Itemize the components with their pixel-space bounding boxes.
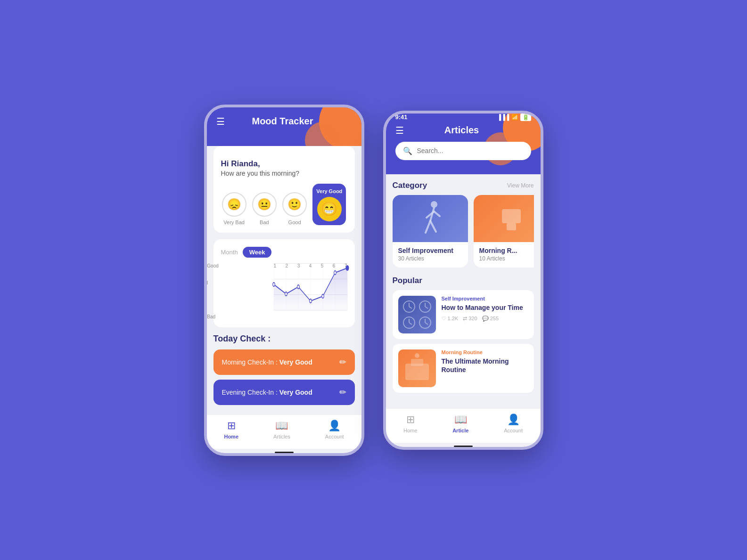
battery-icon: 🔋 <box>520 114 531 121</box>
nav-account[interactable]: 👤 Account <box>325 420 344 439</box>
svg-point-15 <box>431 201 437 208</box>
mood-very-bad-emoji: 😞 <box>222 192 246 217</box>
popular-section-header: Popular <box>393 276 534 285</box>
svg-line-31 <box>409 323 412 325</box>
today-check-section: Today Check : Morning Check-In : Very Go… <box>213 334 355 405</box>
category-count-morning: 10 Articles <box>479 255 534 262</box>
nav2-home[interactable]: ⊞ Home <box>403 414 417 433</box>
home-icon: ⊞ <box>227 420 236 432</box>
popular-category-2: Morning Routine <box>442 349 528 355</box>
category-section-header: Category View More <box>393 181 534 190</box>
chart-header: Month Week <box>221 247 347 258</box>
account2-label: Account <box>504 428 523 433</box>
category-name-morning: Morning R... <box>479 247 534 254</box>
mood-very-bad[interactable]: 😞 Very Bad <box>222 192 246 225</box>
y-label-verybad: Very Bad <box>207 314 219 319</box>
popular-title: Popular <box>393 276 422 285</box>
phone1-content: Hi Rianda, How are you this morning? 😞 V… <box>207 146 361 414</box>
popular-category-1: Self Improvement <box>442 296 528 301</box>
popular-card-1[interactable]: Self Improvement How to Manage your Time… <box>393 290 534 339</box>
search-bar[interactable]: 🔍 <box>395 142 531 160</box>
category-info-morning: Morning R... 10 Articles <box>474 242 534 268</box>
phone1-title: Mood Tracker <box>252 116 313 127</box>
nav2-article[interactable]: 📖 Article <box>452 414 468 433</box>
mood-very-good-selected[interactable]: Very Good 😁 <box>312 184 346 225</box>
status-time: 9:41 <box>395 114 408 121</box>
category-card-morning[interactable]: Morning R... 10 Articles <box>474 195 534 268</box>
mood-very-bad-label: Very Bad <box>223 219 245 225</box>
likes-stat: ♡ 1.2K <box>442 316 459 322</box>
mood-very-good-emoji: 😁 <box>317 197 342 221</box>
svg-point-13 <box>334 271 336 275</box>
phone2-content: Category View More Self Imp <box>386 174 541 408</box>
nav2-account[interactable]: 👤 Account <box>504 414 523 433</box>
svg-rect-35 <box>405 364 429 380</box>
chart-tab-month[interactable]: Month <box>221 249 238 256</box>
category-scroll: Self Improvement 30 Articles Morning R..… <box>393 195 534 269</box>
svg-line-34 <box>425 323 428 325</box>
chart-area: 1 2 3 4 5 6 7 <box>274 263 347 320</box>
svg-point-37 <box>415 353 419 358</box>
svg-line-25 <box>409 307 412 308</box>
greeting-sub: How are you this morning? <box>221 170 347 177</box>
phone2-hamburger-icon[interactable]: ☰ <box>395 125 404 136</box>
evening-checkin-text: Evening Check-In : Very Good <box>222 389 312 396</box>
mood-options: 😞 Very Bad 😐 Bad 🙂 Good Very Good 😁 <box>221 184 347 225</box>
mood-bad-emoji: 😐 <box>252 192 277 217</box>
phone2-title: Articles <box>444 125 479 136</box>
home2-icon: ⊞ <box>406 414 415 426</box>
y-label-verygood: Very Good <box>207 263 219 268</box>
popular-title-2: The Ultimate Morning Routine <box>442 357 528 374</box>
svg-point-12 <box>321 294 324 298</box>
y-label-good: Good <box>207 280 219 285</box>
y-label-bad: Bad <box>207 297 219 302</box>
search-input[interactable] <box>417 147 524 154</box>
popular-thumb-1 <box>398 296 436 333</box>
status-icons: ▐▐▐ 📶 🔋 <box>497 114 531 121</box>
svg-line-18 <box>430 221 436 232</box>
shares-stat: ⇄ 320 <box>463 316 477 322</box>
popular-card-2[interactable]: Morning Routine The Ultimate Morning Rou… <box>393 344 534 393</box>
category-title: Category <box>393 181 427 190</box>
mood-good[interactable]: 🙂 Good <box>282 192 307 225</box>
popular-stats-1: ♡ 1.2K ⇄ 320 💬 255 <box>442 316 528 322</box>
phone-mood-tracker: ☰ Mood Tracker Hi Rianda, How are you th… <box>204 105 364 456</box>
morning-edit-icon: ✏ <box>339 357 346 367</box>
phone2-header: 9:41 ▐▐▐ 📶 🔋 ☰ Articles 🔍 <box>386 114 541 174</box>
view-more-btn[interactable]: View More <box>507 182 534 189</box>
evening-edit-icon: ✏ <box>339 387 346 398</box>
wifi-icon: 📶 <box>511 114 518 121</box>
mood-bad[interactable]: 😐 Bad <box>252 192 277 225</box>
nav-articles[interactable]: 📖 Articles <box>273 420 290 439</box>
svg-point-14 <box>346 266 349 270</box>
comments-stat: 💬 255 <box>482 316 499 322</box>
evening-checkin-btn[interactable]: Evening Check-In : Very Good ✏ <box>213 380 355 405</box>
home-label: Home <box>224 434 238 439</box>
article2-label: Article <box>452 428 468 433</box>
mood-good-emoji: 🙂 <box>282 192 307 217</box>
popular-info-2: Morning Routine The Ultimate Morning Rou… <box>442 349 528 387</box>
morning-checkin-btn[interactable]: Morning Check-In : Very Good ✏ <box>213 349 355 375</box>
category-name-self-improvement: Self Improvement <box>398 247 462 254</box>
svg-line-17 <box>426 221 430 233</box>
chart-tab-week[interactable]: Week <box>243 247 272 258</box>
account2-icon: 👤 <box>507 414 520 426</box>
svg-point-9 <box>285 292 287 296</box>
chart-y-labels: Very Good Good Bad Very Bad <box>207 263 219 320</box>
today-check-title: Today Check : <box>213 334 355 344</box>
phone2-bottom-nav: ⊞ Home 📖 Article 👤 Account <box>386 408 541 443</box>
popular-info-1: Self Improvement How to Manage your Time… <box>442 296 528 333</box>
category-info-self-improvement: Self Improvement 30 Articles <box>393 242 468 268</box>
category-card-self-improvement[interactable]: Self Improvement 30 Articles <box>393 195 468 268</box>
hamburger-icon[interactable]: ☰ <box>216 116 225 127</box>
mood-bad-label: Bad <box>260 219 269 225</box>
phone1-bottom-nav: ⊞ Home 📖 Articles 👤 Account <box>207 414 361 449</box>
phone1-header: ☰ Mood Tracker <box>207 107 361 146</box>
home-indicator <box>275 452 294 453</box>
articles-label: Articles <box>273 434 290 439</box>
category-img-self-improvement <box>393 195 468 242</box>
svg-line-28 <box>425 307 428 308</box>
status-bar: 9:41 ▐▐▐ 📶 🔋 <box>395 114 531 121</box>
nav-home[interactable]: ⊞ Home <box>224 420 238 439</box>
phone-articles: 9:41 ▐▐▐ 📶 🔋 ☰ Articles 🔍 Category View … <box>383 111 543 450</box>
